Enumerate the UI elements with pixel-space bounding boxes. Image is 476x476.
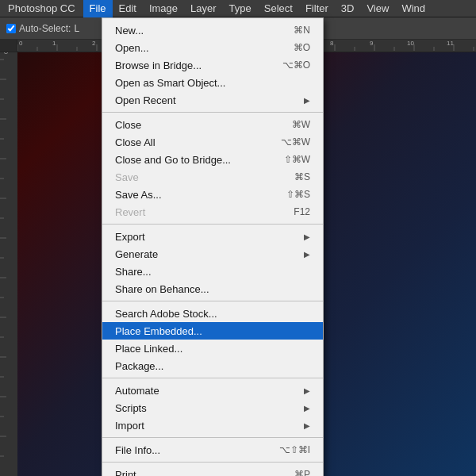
menu-item-revert: Revert F12 xyxy=(102,203,323,221)
svg-text:10: 10 xyxy=(407,40,414,47)
menu-item-file-info[interactable]: File Info... ⌥⇧⌘I xyxy=(102,441,323,459)
menu-item-close-bridge[interactable]: Close and Go to Bridge... ⇧⌘W xyxy=(102,151,323,168)
menu-item-label: Automate xyxy=(115,385,159,397)
menu-item-label: Generate xyxy=(115,248,158,260)
menu-item-label: Print... xyxy=(115,469,145,477)
menu-item-label: Import xyxy=(115,420,144,432)
menu-item-label: Open as Smart Object... xyxy=(115,77,225,89)
menu-item-print[interactable]: Print... ⌘P xyxy=(102,466,323,476)
menu-item-open-recent[interactable]: Open Recent ▶ xyxy=(102,91,323,109)
menu-item-label: Close All xyxy=(115,136,155,148)
menu-item-share-behance[interactable]: Share on Behance... xyxy=(102,280,323,298)
menu-item-shortcut: ⌘S xyxy=(294,171,310,182)
menu-3d[interactable]: 3D xyxy=(335,0,361,17)
menu-item-shortcut: ⇧⌘S xyxy=(286,189,310,200)
submenu-arrow-icon: ▶ xyxy=(304,386,310,395)
menu-item-label: Search Adobe Stock... xyxy=(115,308,217,320)
menu-item-label: Save As... xyxy=(115,189,162,201)
menu-item-label: Share... xyxy=(115,266,152,278)
menu-item-scripts[interactable]: Scripts ▶ xyxy=(102,399,323,416)
menu-item-save-as[interactable]: Save As... ⇧⌘S xyxy=(102,186,323,203)
menu-item-share[interactable]: Share... xyxy=(102,263,323,280)
menu-item-browse-bridge[interactable]: Browse in Bridge... ⌥⌘O xyxy=(102,56,323,74)
submenu-arrow-icon: ▶ xyxy=(304,232,310,241)
ruler-corner xyxy=(0,40,17,52)
menu-item-label: Package... xyxy=(115,360,163,372)
menu-item-label: Share on Behance... xyxy=(115,283,209,295)
menu-item-shortcut: ⌘W xyxy=(292,119,310,130)
menu-item-automate[interactable]: Automate ▶ xyxy=(102,382,323,399)
menu-item-label: Close and Go to Bridge... xyxy=(115,154,231,166)
menu-item-search-stock[interactable]: Search Adobe Stock... xyxy=(102,305,323,322)
app-name: Photoshop CC xyxy=(0,2,83,14)
submenu-arrow-icon: ▶ xyxy=(304,421,310,430)
menu-filter[interactable]: Filter xyxy=(299,0,335,17)
menu-item-shortcut: F12 xyxy=(294,206,310,217)
separator-3 xyxy=(102,301,323,301)
menu-item-label: Open... xyxy=(115,42,149,54)
menu-view[interactable]: View xyxy=(360,0,395,17)
menu-item-shortcut: ⌘P xyxy=(294,469,310,476)
menu-item-label: New... xyxy=(115,25,144,36)
menu-item-import[interactable]: Import ▶ xyxy=(102,416,323,434)
menu-edit[interactable]: Edit xyxy=(113,0,143,17)
svg-text:8: 8 xyxy=(330,40,334,47)
separator-6 xyxy=(102,462,323,463)
menu-wind[interactable]: Wind xyxy=(395,0,432,17)
menu-item-shortcut: ⌥⌘W xyxy=(281,136,310,148)
layer-label: L xyxy=(74,23,79,34)
menu-image[interactable]: Image xyxy=(143,0,184,17)
menu-item-label: Browse in Bridge... xyxy=(115,60,202,71)
menu-item-label: Revert xyxy=(115,206,145,218)
svg-text:1: 1 xyxy=(52,40,56,47)
menu-item-label: Export xyxy=(115,231,145,243)
menu-item-shortcut: ⌥⌘O xyxy=(282,60,310,71)
svg-text:2: 2 xyxy=(92,40,96,47)
menu-item-close-all[interactable]: Close All ⌥⌘W xyxy=(102,133,323,151)
menu-item-shortcut: ⌘N xyxy=(294,25,310,36)
menu-item-open[interactable]: Open... ⌘O xyxy=(102,39,323,56)
menu-item-save: Save ⌘S xyxy=(102,168,323,186)
menu-item-label: File Info... xyxy=(115,444,160,456)
svg-text:9: 9 xyxy=(370,40,374,47)
menu-type[interactable]: Type xyxy=(223,0,258,17)
menu-select[interactable]: Select xyxy=(258,0,299,17)
separator-4 xyxy=(102,378,323,378)
menu-item-place-embedded[interactable]: Place Embedded... xyxy=(102,322,323,340)
file-menu-dropdown: New... ⌘N Open... ⌘O Browse in Bridge...… xyxy=(102,17,324,476)
menu-item-close[interactable]: Close ⌘W xyxy=(102,116,323,133)
menu-item-shortcut: ⌥⇧⌘I xyxy=(279,444,310,455)
svg-text:0: 0 xyxy=(19,40,23,47)
menu-item-label: Place Linked... xyxy=(115,343,182,355)
menu-item-package[interactable]: Package... xyxy=(102,357,323,374)
menu-item-new[interactable]: New... ⌘N xyxy=(102,21,323,39)
menu-item-label: Scripts xyxy=(115,402,147,414)
menu-item-label: Close xyxy=(115,119,141,131)
separator-5 xyxy=(102,437,323,438)
separator-2 xyxy=(102,224,323,225)
menu-item-label: Save xyxy=(115,171,139,183)
menu-item-open-smart[interactable]: Open as Smart Object... xyxy=(102,74,323,91)
separator-1 xyxy=(102,112,323,113)
auto-select-label: Auto-Select: xyxy=(19,23,71,34)
menu-item-export[interactable]: Export ▶ xyxy=(102,228,323,245)
submenu-arrow-icon: ▶ xyxy=(304,250,310,259)
menu-item-shortcut: ⇧⌘W xyxy=(284,154,310,165)
auto-select-checkbox[interactable] xyxy=(6,24,16,33)
menubar: Photoshop CC File Edit Image Layer Type … xyxy=(0,0,476,17)
svg-text:11: 11 xyxy=(447,40,454,47)
menu-item-generate[interactable]: Generate ▶ xyxy=(102,245,323,263)
submenu-arrow-icon: ▶ xyxy=(304,96,310,105)
ruler-vertical: 0 xyxy=(0,40,17,476)
menu-item-place-linked[interactable]: Place Linked... xyxy=(102,340,323,357)
submenu-arrow-icon: ▶ xyxy=(304,404,310,413)
menu-file[interactable]: File xyxy=(83,0,113,17)
menu-layer[interactable]: Layer xyxy=(184,0,223,17)
menu-item-label: Place Embedded... xyxy=(115,325,202,337)
menu-item-label: Open Recent xyxy=(115,94,176,106)
menu-item-shortcut: ⌘O xyxy=(294,42,310,53)
